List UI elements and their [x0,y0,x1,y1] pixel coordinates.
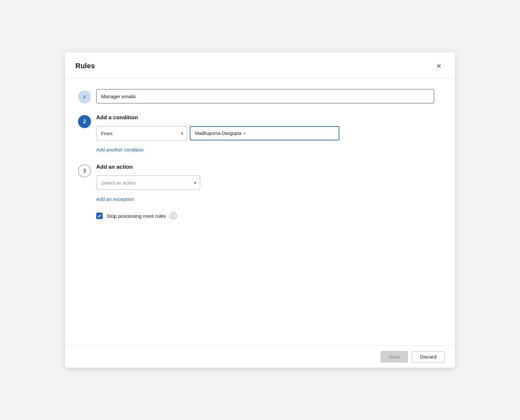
stop-processing-label: Stop processing more rules [107,213,166,219]
dialog-title: Rules [75,62,95,70]
add-exception-button[interactable]: Add an exception [96,196,134,202]
condition-dropdown[interactable]: From To Subject Body [96,126,187,140]
condition-row: From To Subject Body ▾ Madhuporna Dasgup… [96,126,442,140]
tag-remove-button[interactable]: × [243,131,246,136]
tag-input-box[interactable]: Madhuporna Dasgupta × [190,126,339,140]
step3-content: Add an action Select an action Move to f… [96,163,442,202]
rule-name-input[interactable] [96,89,434,103]
tag-label: Madhuporna Dasgupta [195,131,241,136]
discard-button[interactable]: Discard [412,351,445,362]
close-button[interactable]: ✕ [433,60,445,72]
step1-content [96,89,442,103]
step3-heading: Add an action [96,164,442,170]
step2-circle: 2 [78,115,91,128]
save-button[interactable]: Save [381,351,408,362]
rules-dialog: Rules ✕ ✓ 2 Add a condition [65,52,455,368]
tag-madhuporna: Madhuporna Dasgupta × [194,130,247,137]
step1-row: ✓ [78,89,442,103]
step3-row: 3 Add an action Select an action Move to… [78,163,442,202]
info-icon[interactable]: i [170,213,176,219]
stop-processing-checkbox[interactable] [96,213,103,219]
step2-content: Add a condition From To Subject Body ▾ [96,114,442,153]
step3-number: 3 [83,168,86,174]
action-dropdown[interactable]: Select an action Move to folder Mark as … [96,176,200,190]
dialog-footer: Save Discard [65,346,455,368]
checkmark-icon: ✓ [83,94,87,100]
close-icon: ✕ [436,62,442,70]
action-select-wrapper: Select an action Move to folder Mark as … [96,176,200,190]
step3-circle: 3 [78,164,91,177]
step2-row: 2 Add a condition From To Subject Body ▾ [78,114,442,153]
condition-select-wrapper: From To Subject Body ▾ [96,126,187,140]
dialog-body: ✓ 2 Add a condition From To Subject [65,79,455,346]
checkbox-row: Stop processing more rules i [96,213,442,219]
step2-number: 2 [83,119,86,125]
add-condition-button[interactable]: Add another condition [96,147,144,152]
check-icon [98,214,101,218]
step2-heading: Add a condition [96,114,442,121]
dialog-header: Rules ✕ [65,52,455,79]
step1-circle: ✓ [78,90,91,103]
